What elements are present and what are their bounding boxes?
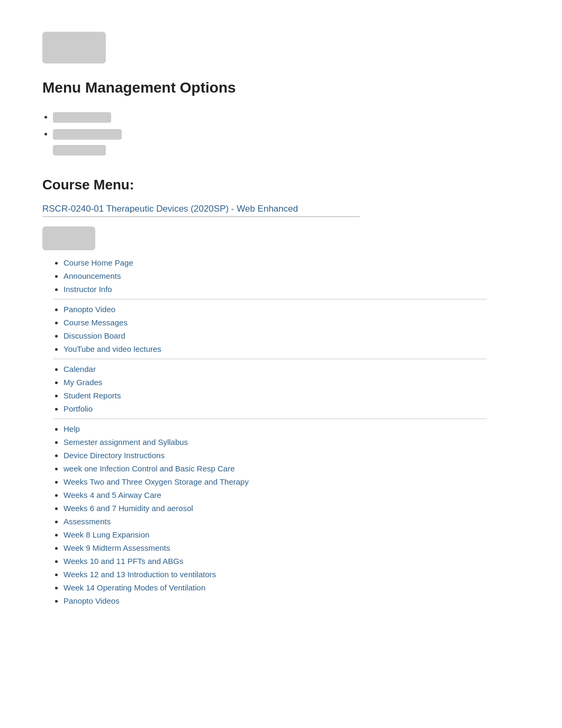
- menu-section-3: Calendar My Grades Student Reports Portf…: [42, 365, 520, 419]
- week-8-lung-expansion-link[interactable]: Week 8 Lung Expansion: [64, 530, 149, 539]
- course-title-link[interactable]: RSCR-0240-01 Therapeutic Devices (2020SP…: [42, 204, 360, 217]
- list-item[interactable]: Week 8 Lung Expansion: [64, 530, 520, 539]
- separator-1: [53, 299, 520, 299]
- menu-list-3: Calendar My Grades Student Reports Portf…: [64, 365, 520, 419]
- menu-list-1: Course Home Page Announcements Instructo…: [64, 258, 520, 299]
- device-directory-instructions-link[interactable]: Device Directory Instructions: [64, 451, 165, 460]
- list-item[interactable]: My Grades: [64, 378, 520, 387]
- portfolio-link[interactable]: Portfolio: [64, 404, 93, 413]
- list-item[interactable]: Course Home Page: [64, 258, 520, 267]
- week-9-midterm-assessments-link[interactable]: Week 9 Midterm Assessments: [64, 543, 170, 552]
- list-item[interactable]: YouTube and video lectures: [64, 344, 520, 353]
- management-option-2[interactable]: [53, 129, 520, 156]
- menu-list-2: Panopto Video Course Messages Discussion…: [64, 305, 520, 359]
- weeks-4-5-airway-care-link[interactable]: Weeks 4 and 5 Airway Care: [64, 490, 161, 499]
- menu-section-2: Panopto Video Course Messages Discussion…: [42, 305, 520, 359]
- instructor-info-link[interactable]: Instructor Info: [64, 285, 112, 294]
- list-item[interactable]: Panopto Video: [64, 305, 520, 314]
- week-one-infection-control-link[interactable]: week one Infection Control and Basic Res…: [64, 464, 235, 473]
- list-item[interactable]: Weeks 4 and 5 Airway Care: [64, 490, 520, 499]
- panopto-video-link[interactable]: Panopto Video: [64, 305, 115, 314]
- list-item[interactable]: Calendar: [64, 365, 520, 374]
- list-item[interactable]: Weeks Two and Three Oxygen Storage and T…: [64, 477, 520, 486]
- list-item[interactable]: Announcements: [64, 271, 520, 280]
- management-option-2b-label: [53, 145, 106, 156]
- management-option-1[interactable]: [53, 112, 520, 123]
- list-item[interactable]: Assessments: [64, 517, 520, 526]
- list-item[interactable]: Weeks 12 and 13 Introduction to ventilat…: [64, 570, 520, 579]
- list-item[interactable]: Discussion Board: [64, 331, 520, 340]
- assessments-link[interactable]: Assessments: [64, 517, 111, 526]
- weeks-10-11-pfts-abgs-link[interactable]: Weeks 10 and 11 PFTs and ABGs: [64, 557, 184, 566]
- weeks-two-three-oxygen-link[interactable]: Weeks Two and Three Oxygen Storage and T…: [64, 477, 249, 486]
- menu-section-1: Course Home Page Announcements Instructo…: [42, 258, 520, 299]
- institution-logo: [42, 32, 106, 63]
- separator-2: [53, 359, 520, 359]
- week-14-operating-modes-link[interactable]: Week 14 Operating Modes of Ventilation: [64, 583, 205, 592]
- student-reports-link[interactable]: Student Reports: [64, 391, 121, 400]
- weeks-12-13-intro-ventilators-link[interactable]: Weeks 12 and 13 Introduction to ventilat…: [64, 570, 216, 579]
- help-link[interactable]: Help: [64, 424, 80, 433]
- list-item[interactable]: Week 14 Operating Modes of Ventilation: [64, 583, 520, 592]
- page-title: Menu Management Options: [42, 79, 520, 96]
- calendar-link[interactable]: Calendar: [64, 365, 96, 374]
- list-item[interactable]: Device Directory Instructions: [64, 451, 520, 460]
- list-item[interactable]: Help: [64, 424, 520, 433]
- my-grades-link[interactable]: My Grades: [64, 378, 102, 387]
- list-item[interactable]: Weeks 10 and 11 PFTs and ABGs: [64, 557, 520, 566]
- list-item[interactable]: week one Infection Control and Basic Res…: [64, 464, 520, 473]
- management-options-section: [42, 112, 520, 156]
- list-item[interactable]: Portfolio: [64, 404, 520, 413]
- youtube-video-lectures-link[interactable]: YouTube and video lectures: [64, 344, 161, 353]
- management-option-1-label: [53, 112, 111, 123]
- list-item[interactable]: Semester assignment and Syllabus: [64, 438, 520, 447]
- course-menu-title: Course Menu:: [42, 177, 520, 193]
- list-item[interactable]: Panopto Videos: [64, 596, 520, 605]
- list-item[interactable]: Week 9 Midterm Assessments: [64, 543, 520, 552]
- list-item[interactable]: Student Reports: [64, 391, 520, 400]
- announcements-link[interactable]: Announcements: [64, 271, 121, 280]
- discussion-board-link[interactable]: Discussion Board: [64, 331, 125, 340]
- separator-3: [53, 418, 520, 419]
- list-item[interactable]: Course Messages: [64, 318, 520, 327]
- course-messages-link[interactable]: Course Messages: [64, 318, 128, 327]
- course-icon: [42, 226, 95, 250]
- panopto-videos-link[interactable]: Panopto Videos: [64, 596, 120, 605]
- list-item[interactable]: Weeks 6 and 7 Humidity and aerosol: [64, 504, 520, 513]
- weeks-6-7-humidity-aerosol-link[interactable]: Weeks 6 and 7 Humidity and aerosol: [64, 504, 193, 513]
- course-home-page-link[interactable]: Course Home Page: [64, 258, 133, 267]
- menu-list-4: Help Semester assignment and Syllabus De…: [64, 424, 520, 605]
- menu-section-4: Help Semester assignment and Syllabus De…: [42, 424, 520, 605]
- list-item[interactable]: Instructor Info: [64, 285, 520, 294]
- semester-assignment-syllabus-link[interactable]: Semester assignment and Syllabus: [64, 438, 188, 447]
- management-option-2-label: [53, 129, 122, 140]
